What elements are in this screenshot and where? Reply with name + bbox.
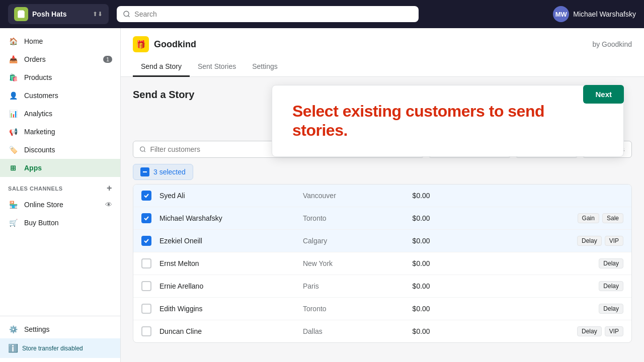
sidebar-item-marketing[interactable]: 📢 Marketing <box>0 123 120 141</box>
customer-city: Toronto <box>303 214 405 222</box>
table-row: Michael Warshafsky Toronto $0.00 GainSal… <box>133 207 631 230</box>
row-checkbox[interactable] <box>141 258 151 268</box>
customer-city: New York <box>303 259 405 267</box>
selected-count-text: 3 selected <box>153 168 186 176</box>
customer-tag: VIP <box>605 326 623 336</box>
sidebar-item-label-products: Products <box>24 73 52 81</box>
customer-tags: Delay <box>488 304 623 314</box>
customer-tag: Delay <box>577 326 602 336</box>
store-transfer: ℹ️ Store transfer disabled <box>0 338 120 358</box>
sidebar-nav: 🏠 Home 📥 Orders 1 🛍️ Products 👤 Customer… <box>0 28 120 236</box>
customer-amount: $0.00 <box>413 305 480 313</box>
sidebar-item-customers[interactable]: 👤 Customers <box>0 86 120 105</box>
orders-badge: 1 <box>103 56 112 63</box>
user-area: MW Michael Warshafsky <box>553 6 636 22</box>
app-header: 🎁 Goodkind by Goodkind Send a StorySent … <box>121 28 644 77</box>
content-area: Send a Story Select existing customers t… <box>121 77 644 362</box>
search-input[interactable] <box>134 10 413 18</box>
sidebar-item-label-customers: Customers <box>24 92 58 100</box>
sales-channels-label: SALES CHANNELS <box>8 186 63 192</box>
marketing-icon: 📢 <box>8 127 18 137</box>
store-selector[interactable]: Posh Hats ⬆⬇ <box>8 4 109 24</box>
row-checkbox[interactable] <box>141 236 151 246</box>
store-name: Posh Hats <box>32 10 89 18</box>
filter-search-icon <box>139 146 146 153</box>
customer-name: Michael Warshafsky <box>159 214 295 222</box>
svg-point-2 <box>140 147 145 151</box>
store-selector-chevron: ⬆⬇ <box>93 11 103 18</box>
settings-icon: ⚙️ <box>8 324 18 334</box>
customer-name: Ernst Melton <box>159 259 295 267</box>
customer-tags: Delay <box>488 281 623 291</box>
customer-name: Ezekiel Oneill <box>159 237 295 245</box>
orders-icon: 📥 <box>8 54 18 64</box>
next-button[interactable]: Next <box>583 85 624 104</box>
avatar: MW <box>553 6 569 22</box>
main-content: 🎁 Goodkind by Goodkind Send a StorySent … <box>121 0 644 362</box>
table-row: Edith Wiggins Toronto $0.00 Delay <box>133 298 631 320</box>
row-checkbox[interactable] <box>141 326 151 336</box>
table-row: Ernie Arellano Paris $0.00 Delay <box>133 275 631 298</box>
sidebar-item-analytics[interactable]: 📊 Analytics <box>0 105 120 123</box>
table-row: Ezekiel Oneill Calgary $0.00 DelayVIP <box>133 230 631 252</box>
store-transfer-label: Store transfer disabled <box>22 345 83 352</box>
settings-label: Settings <box>24 325 50 333</box>
customer-city: Paris <box>303 282 405 290</box>
sidebar-item-orders[interactable]: 📥 Orders 1 <box>0 50 120 68</box>
sales-channel-label-buy-button: Buy Button <box>24 219 59 227</box>
customer-city: Dallas <box>303 327 405 335</box>
sidebar-item-home[interactable]: 🏠 Home <box>0 32 120 50</box>
tab-send-story[interactable]: Send a Story <box>133 58 190 77</box>
sidebar-item-label-home: Home <box>24 37 43 45</box>
store-icon <box>14 7 28 21</box>
app-name: Goodkind <box>154 39 196 50</box>
sidebar-bottom: ⚙️ Settings ℹ️ Store transfer disabled <box>0 316 120 362</box>
add-sales-channel-button[interactable]: + <box>107 183 112 194</box>
row-checkbox[interactable] <box>141 304 151 314</box>
search-bar <box>117 6 419 22</box>
sidebar-item-label-marketing: Marketing <box>24 128 55 136</box>
app-logo: 🎁 <box>133 36 149 52</box>
info-icon: ℹ️ <box>8 343 18 353</box>
row-checkbox[interactable] <box>141 213 151 223</box>
select-all-checkbox[interactable] <box>140 167 149 176</box>
sidebar-item-apps[interactable]: ⊞ Apps <box>0 159 120 177</box>
app-title: 🎁 Goodkind <box>133 36 196 52</box>
row-checkbox[interactable] <box>141 281 151 291</box>
apps-icon: ⊞ <box>8 163 18 173</box>
app-title-row: 🎁 Goodkind by Goodkind <box>133 36 632 58</box>
sidebar-item-discounts[interactable]: 🏷️ Discounts <box>0 141 120 159</box>
customer-tag: Delay <box>599 304 623 314</box>
products-icon: 🛍️ <box>8 72 18 82</box>
sidebar-item-settings[interactable]: ⚙️ Settings <box>0 320 120 338</box>
sidebar-item-label-analytics: Analytics <box>24 110 52 118</box>
discounts-icon: 🏷️ <box>8 145 18 155</box>
sidebar-item-label-apps: Apps <box>24 164 42 172</box>
analytics-icon: 📊 <box>8 109 18 119</box>
customer-amount: $0.00 <box>413 282 480 290</box>
customer-amount: $0.00 <box>413 259 480 267</box>
customer-tag: VIP <box>605 236 623 246</box>
customer-city: Toronto <box>303 305 405 313</box>
customer-tag: Sale <box>602 213 623 223</box>
sidebar-item-products[interactable]: 🛍️ Products <box>0 68 120 86</box>
svg-rect-3 <box>143 171 147 172</box>
sidebar-item-label-discounts: Discounts <box>24 146 55 154</box>
sidebar-item-label-orders: Orders <box>24 55 46 63</box>
customer-city: Vancouver <box>303 192 405 200</box>
sidebar-item-buy-button[interactable]: 🛒 Buy Button <box>0 214 120 232</box>
customer-amount: $0.00 <box>413 214 480 222</box>
customer-name: Duncan Cline <box>159 327 295 335</box>
row-checkbox[interactable] <box>141 191 151 201</box>
sidebar-item-online-store[interactable]: 🏪 Online Store 👁 <box>0 196 120 214</box>
buy-button-icon: 🛒 <box>8 218 18 228</box>
selected-bar: 3 selected <box>133 164 632 180</box>
sales-channels-header: SALES CHANNELS + <box>0 177 120 196</box>
customer-tags: GainSale <box>488 213 623 223</box>
customers-icon: 👤 <box>8 90 18 101</box>
tab-settings[interactable]: Settings <box>244 58 286 77</box>
tab-sent-stories[interactable]: Sent Stories <box>190 58 244 77</box>
search-icon <box>123 10 130 18</box>
customer-tags: DelayVIP <box>488 326 623 336</box>
selected-count-badge[interactable]: 3 selected <box>133 164 193 180</box>
